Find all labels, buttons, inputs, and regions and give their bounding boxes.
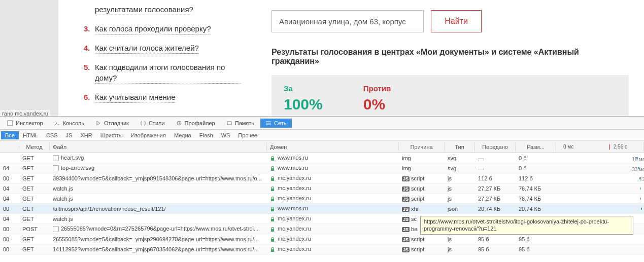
col-size[interactable]: Разм... (516, 142, 556, 152)
col-method[interactable]: Метод (19, 142, 50, 152)
cell-domain: www.mos.ru (267, 204, 399, 212)
cell-size: 112 б (516, 174, 556, 182)
cell-domain: mc.yandex.ru (267, 214, 399, 222)
network-request-row[interactable]: 00GET14112952?wmode=5&callback=_ymjsp670… (0, 244, 644, 254)
filter-шрифты[interactable]: Шрифты (96, 131, 127, 139)
cell-type: js (445, 174, 475, 182)
filter-изображения[interactable]: Изображения (127, 131, 170, 139)
cell-file: watch.js (50, 215, 267, 223)
network-request-row[interactable]: 04GETwatch.jsmc.yandex.ruJSscriptjs27,27… (0, 183, 644, 194)
cell-file: watch.js (50, 184, 267, 193)
cell-transferred: 27,27 КБ (475, 195, 516, 203)
address-search-input[interactable] (272, 10, 424, 32)
tab-network[interactable]: Сеть (260, 119, 291, 128)
col-status[interactable] (0, 145, 19, 148)
network-request-row[interactable]: 04GETwatch.jsmc.yandex.ruJSscriptjs27,27… (0, 194, 644, 204)
cell-waterfall (556, 206, 644, 211)
cell-status: 04 (0, 215, 19, 223)
cell-status: 04 (0, 164, 19, 172)
col-domain[interactable]: Домен (267, 142, 399, 152)
filter-все[interactable]: Все (1, 131, 19, 139)
filter-xhr[interactable]: XHR (76, 131, 96, 139)
cell-domain: mc.yandex.ru (267, 235, 399, 243)
tab-memory[interactable]: Память (221, 119, 259, 128)
tab-console[interactable]: Консоль (49, 119, 89, 128)
network-request-row[interactable]: 00GET26555085?wmode=5&callback=_ymjsp290… (0, 234, 644, 244)
tab-inspector[interactable]: Инспектор (2, 119, 48, 128)
tab-debugger[interactable]: Отладчик (90, 119, 134, 128)
svg-rect-7 (271, 199, 274, 201)
col-transferred[interactable]: Передано (475, 142, 516, 152)
col-type[interactable]: Тип (445, 142, 475, 152)
lock-icon (270, 166, 275, 171)
cell-size: 76,74 КБ (516, 184, 556, 193)
find-button[interactable]: Найти (431, 10, 482, 32)
js-badge: JS (402, 186, 410, 192)
faq-number (84, 4, 95, 15)
console-icon (54, 120, 60, 126)
page-gutter (0, 0, 58, 116)
filter-html[interactable]: HTML (19, 131, 42, 139)
svg-rect-3 (271, 158, 274, 161)
filter-прочее[interactable]: Прочее (234, 131, 261, 139)
inspector-icon (7, 120, 13, 126)
col-cause[interactable]: Причина (399, 142, 445, 152)
cell-file: heart.svg (50, 154, 267, 162)
cell-status: 00 (0, 245, 19, 253)
filter-ws[interactable]: WS (217, 131, 234, 139)
faq-number: 5. (84, 62, 95, 84)
svg-rect-0 (8, 121, 13, 126)
results-box: За 100% Против 0% (272, 75, 629, 122)
filter-css[interactable]: CSS (42, 131, 62, 139)
cell-type: js (445, 184, 475, 193)
faq-item[interactable]: результатами голосования? (84, 0, 241, 19)
file-icon (53, 155, 59, 161)
faq-question-text[interactable]: Как учитывали мнение (95, 92, 176, 103)
cell-waterfall (556, 186, 644, 191)
cell-cause: JSscript (399, 184, 445, 193)
faq-number: 6. (84, 92, 95, 103)
cell-domain: www.mos.ru (267, 154, 399, 162)
faq-item[interactable]: 6.Как учитывали мнение (84, 88, 241, 107)
against-label: Против (363, 84, 391, 93)
cell-cause: JSscript (399, 195, 445, 203)
cell-cause: JSscript (399, 174, 445, 182)
filter-медиа[interactable]: Медиа (170, 131, 195, 139)
col-waterfall[interactable]: 0 мс | 2,56 с (556, 142, 644, 151)
lock-icon (270, 176, 275, 181)
svg-rect-2 (227, 122, 231, 125)
network-request-row[interactable]: GETheart.svgwww.mos.ruimgsvg—0 б16 мс (0, 153, 644, 163)
faq-question-text[interactable]: результатами голосования? (95, 4, 193, 15)
filter-flash[interactable]: Flash (195, 131, 217, 139)
faq-question-text[interactable]: Как считали голоса жителей? (95, 43, 199, 54)
tab-profiler[interactable]: Профайлер (171, 119, 220, 128)
faq-question-text[interactable]: Как подводили итоги голосования по дому? (95, 62, 241, 84)
faq-item[interactable]: 5.Как подводили итоги голосования по дом… (84, 58, 241, 88)
cell-method: GET (19, 184, 50, 193)
cell-size: 95 б (516, 245, 556, 253)
cell-size: 20,74 КБ (516, 205, 556, 213)
faq-number: 4. (84, 43, 95, 54)
col-file[interactable]: Файл (50, 142, 267, 152)
cell-domain: mc.yandex.ru (267, 194, 399, 202)
network-request-row[interactable]: 00GET39394400?wmode=5&callback=_ymjsp891… (0, 173, 644, 183)
faq-question-text[interactable]: Как голоса проходили проверку? (95, 23, 211, 34)
js-badge: JS (402, 217, 410, 222)
svg-rect-4 (271, 168, 274, 171)
faq-item[interactable]: 3.Как голоса проходили проверку? (84, 19, 241, 39)
network-request-row[interactable]: 04GETtop-arrow.svgwww.mos.ruimgsvg—0 б33… (0, 163, 644, 173)
js-badge: JS (402, 197, 410, 202)
lock-icon (270, 156, 275, 161)
svg-rect-10 (271, 229, 274, 232)
tab-styles[interactable]: Стили (135, 119, 170, 128)
network-request-row[interactable]: 00GET/altmosprx/api/1/renovation/house_r… (0, 204, 644, 214)
svg-rect-8 (271, 209, 274, 211)
js-badge: JS (402, 176, 410, 181)
svg-rect-9 (271, 219, 274, 221)
network-icon (265, 120, 272, 126)
faq-item[interactable]: 4.Как считали голоса жителей? (84, 39, 241, 58)
lock-icon (270, 237, 275, 242)
cell-size: 76,74 КБ (516, 195, 556, 203)
filter-js[interactable]: JS (62, 131, 77, 139)
svg-rect-12 (271, 249, 274, 252)
